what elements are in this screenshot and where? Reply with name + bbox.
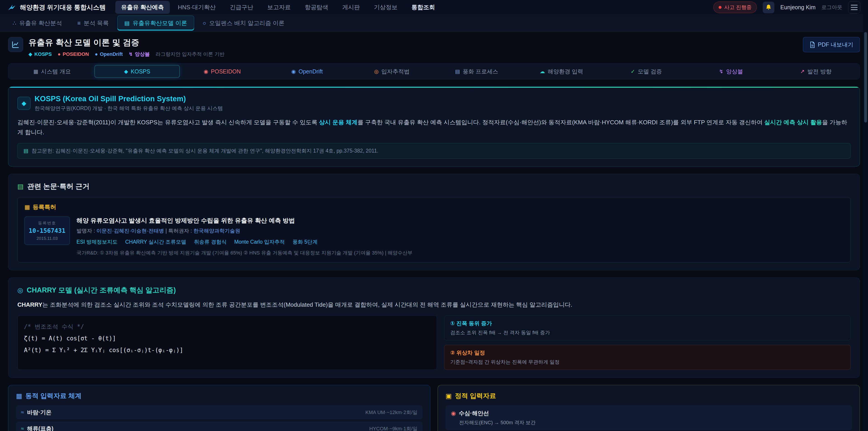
nav-item-hns-diffusion[interactable]: HNS·대기확산 bbox=[172, 1, 222, 14]
tag-charry-model[interactable]: CHARRY 실시간 조류모델 bbox=[125, 239, 186, 245]
dynamic-input-section: ▦ 동적 입력자료 체계 ≈바람·기온 KMA UM·~12km·2회/일 ≈해… bbox=[8, 385, 430, 431]
nav-item-board[interactable]: 게시판 bbox=[336, 1, 366, 14]
pdf-icon bbox=[809, 41, 815, 48]
tab-opendrift[interactable]: ◉ OpenDrift bbox=[265, 65, 349, 78]
logout-button[interactable]: 로그아웃 bbox=[822, 4, 842, 11]
kosps-description: 김혜진·이문진·오세웅·강준혁(2011)이 개발한 KOSPS는 유류오염사고… bbox=[18, 117, 850, 137]
page-subtitle-note: 라그랑지안 입자추적 이론 기반 bbox=[156, 51, 224, 58]
nav-item-aerial-search[interactable]: 항공탐색 bbox=[299, 1, 334, 14]
tag-esi-map[interactable]: ESI 방제정보지도 bbox=[76, 239, 118, 245]
current-icon: ≈ bbox=[21, 426, 24, 431]
user-name: Eunjeong Kim bbox=[780, 4, 815, 11]
list-item[interactable]: ◉수심·해안선 전자해도(ENC) → 500m 격자 보간 bbox=[445, 405, 852, 430]
app-brand[interactable]: 해양환경 위기대응 통합시스템 bbox=[8, 3, 106, 12]
theory-tab-strip: ▦ 시스템 개요 ◆ KOSPS ◉ POSEIDON ◉ OpenDrift … bbox=[8, 63, 860, 79]
patent-number-label: 등록번호 bbox=[29, 220, 66, 226]
subtab-oilfence-theory[interactable]: ○ 오일펜스 배치 알고리즘 이론 bbox=[196, 16, 291, 31]
subtab-label: 유출유 확산분석 bbox=[19, 19, 62, 27]
page-scrollbar[interactable] bbox=[863, 0, 868, 431]
tab-future-direction[interactable]: ↗ 발전 방향 bbox=[774, 65, 858, 78]
tab-model-validation[interactable]: ✓ 모델 검증 bbox=[604, 65, 688, 78]
badge-poseidon: ● POSEIDON bbox=[58, 51, 89, 57]
patent-section: ▤ 관련 논문·특허 근거 ▦ 등록특허 등록번호 10-1567431 201… bbox=[8, 174, 860, 270]
books-icon: ▤ bbox=[18, 183, 24, 190]
tab-weathering-process[interactable]: ▤ 풍화 프로세스 bbox=[434, 65, 519, 78]
patent-title: 해양 유류오염사고 발생시 효율적인 방제방안 수립을 위한 유출유 확산 예측… bbox=[76, 217, 412, 225]
main-content: 유출유 확산 모델 이론 및 검증 ◆ KOSPS ● POSEIDON ● O… bbox=[0, 32, 868, 431]
tag-monte-carlo[interactable]: Monte Carlo 입자추적 bbox=[235, 239, 285, 245]
dynamic-input-heading: ▦ 동적 입력자료 체계 bbox=[16, 392, 423, 400]
diamond-icon: ◆ bbox=[124, 68, 128, 74]
nav-item-integrated-search[interactable]: 통합조회 bbox=[405, 1, 441, 14]
target-icon: ◎ bbox=[374, 68, 379, 74]
charry-heading: ◎ CHARRY 모델 (실시간 조류예측 핵심 알고리즘) bbox=[18, 285, 850, 295]
list-icon: ≡ bbox=[77, 20, 81, 26]
charry-description: CHARRY는 조화분석에 의한 검조소 실시간 조위와 조석 수치모델링에 의… bbox=[18, 300, 850, 310]
note-1-title: ① 진폭 동위 증가 bbox=[450, 320, 844, 327]
top-navigation: 해양환경 위기대응 통합시스템 유출유 확산예측 HNS·대기확산 긴급구난 보… bbox=[0, 0, 868, 15]
patent-meta: 발명자 : 이문진·김혜진·이승현·전태병 | 특허권자 : 한국해양과학기술원 bbox=[76, 227, 412, 235]
static-input-section: ▣ 정적 입력자료 ◉수심·해안선 전자해도(ENC) → 500m 격자 보간… bbox=[438, 385, 860, 431]
incident-badge-label: 사고 진행중 bbox=[724, 4, 752, 11]
clipboard-icon: ▦ bbox=[24, 204, 30, 211]
subtab-model-theory[interactable]: ▤ 유출유확산모델 이론 bbox=[117, 16, 194, 31]
formula-line-2: A²(t) = Σ Yᵢ² + 2Σ YᵢYⱼ cos[(σᵢ-σⱼ)t-(φᵢ… bbox=[24, 344, 430, 356]
list-item[interactable]: ≈바람·기온 KMA UM·~12km·2회/일 bbox=[16, 405, 423, 419]
menu-toggle-button[interactable] bbox=[848, 1, 860, 13]
input-data-columns: ▦ 동적 입력자료 체계 ≈바람·기온 KMA UM·~12km·2회/일 ≈해… bbox=[8, 385, 860, 431]
static-input-heading: ▣ 정적 입력자료 bbox=[445, 392, 852, 400]
bolt-icon: ↯ bbox=[719, 68, 723, 74]
grid-icon: ▦ bbox=[33, 68, 38, 74]
tab-system-overview[interactable]: ▦ 시스템 개요 bbox=[10, 65, 94, 78]
subtab-label: 분석 목록 bbox=[84, 19, 109, 27]
book-icon: ▤ bbox=[124, 20, 130, 26]
cloud-icon: ☁ bbox=[540, 68, 545, 74]
tab-kosps[interactable]: ◆ KOSPS bbox=[94, 65, 180, 78]
tag-weathering-5[interactable]: 풍화 5단계 bbox=[292, 239, 318, 245]
subtab-analysis-list[interactable]: ≡ 분석 목록 bbox=[70, 16, 116, 31]
list-item[interactable]: ≈해류(표층) HYCOM·~9km·1회/일 bbox=[16, 422, 423, 431]
nav-item-emergency-rescue[interactable]: 긴급구난 bbox=[224, 1, 259, 14]
page-title: 유출유 확산 모델 이론 및 검증 bbox=[29, 37, 224, 48]
circle-icon: ● bbox=[95, 51, 98, 57]
circle-icon: ● bbox=[58, 51, 61, 57]
scrollbar-thumb[interactable] bbox=[864, 32, 867, 123]
formula-line-1: ζ(t) = A(t) cos[σt - θ(t)] bbox=[24, 333, 430, 344]
incident-status-badge[interactable]: 사고 진행중 bbox=[713, 2, 757, 13]
tag-wdc-formula[interactable]: 취송류 경험식 bbox=[194, 239, 226, 245]
check-icon: ✓ bbox=[631, 68, 635, 74]
main-menu: 유출유 확산예측 HNS·대기확산 긴급구난 보고자료 항공탐색 게시판 기상정… bbox=[115, 1, 704, 14]
nav-item-reports[interactable]: 보고자료 bbox=[261, 1, 297, 14]
subtab-label: 유출유확산모델 이론 bbox=[133, 19, 187, 27]
rocket-icon: ↗ bbox=[800, 68, 804, 74]
charry-notes: ① 진폭 동위 증가 검조소 조위 진폭 f배 → 전 격자 동일 f배 증가 … bbox=[444, 315, 850, 370]
modulated-tide-formula-block: /* 변조조석 수식 */ ζ(t) = A(t) cos[σt - θ(t)]… bbox=[18, 315, 437, 370]
tab-ensemble[interactable]: ↯ 앙상블 bbox=[689, 65, 774, 78]
registered-patent-box: ▦ 등록특허 등록번호 10-1567431 2015.11.03 해양 유류오… bbox=[18, 197, 850, 263]
reference-box: ▤ 참고문헌: 김혜진·이문진·오세웅·강준혁, "유출유 확산 예측 모델의 … bbox=[18, 143, 850, 159]
chart-line-icon bbox=[8, 37, 23, 52]
reference-text: 참고문헌: 김혜진·이문진·오세웅·강준혁, "유출유 확산 예측 모델의 상시… bbox=[32, 147, 378, 154]
scatter-icon: ∴ bbox=[13, 20, 16, 26]
topnav-right-group: 사고 진행중 Eunjeong Kim 로그아웃 bbox=[713, 1, 860, 13]
patent-date: 2015.11.03 bbox=[29, 236, 66, 241]
subtab-diffusion-analysis[interactable]: ∴ 유출유 확산분석 bbox=[6, 16, 69, 31]
kosps-section: ◆ KOSPS (Korea Oil Spill Prediction Syst… bbox=[8, 87, 860, 166]
patent-number-card: 등록번호 10-1567431 2015.11.03 bbox=[24, 217, 70, 245]
tab-poseidon[interactable]: ◉ POSEIDON bbox=[180, 65, 265, 78]
kosps-subtitle: 한국해양연구원(KORDI) 개발 · 한국 해역 특화 유출유 확산 예측 상… bbox=[35, 105, 223, 112]
tab-particle-tracking[interactable]: ◎ 입자추적법 bbox=[349, 65, 434, 78]
nav-item-weather[interactable]: 기상정보 bbox=[368, 1, 403, 14]
kosps-heading: KOSPS (Korea Oil Spill Prediction System… bbox=[35, 94, 223, 103]
pdf-export-button[interactable]: PDF 내보내기 bbox=[803, 37, 860, 52]
nav-item-oil-spill-prediction[interactable]: 유출유 확산예측 bbox=[115, 1, 170, 14]
tab-ocean-env-input[interactable]: ☁ 해양환경 입력 bbox=[519, 65, 604, 78]
sub-navigation: ∴ 유출유 확산분석 ≡ 분석 목록 ▤ 유출유확산모델 이론 ○ 오일펜스 배… bbox=[0, 15, 868, 32]
patent-box-label: ▦ 등록특허 bbox=[24, 203, 844, 211]
assignee-name: 한국해양과학기술원 bbox=[193, 228, 240, 234]
patent-number: 10-1567431 bbox=[29, 227, 66, 234]
static-input-rows: ◉수심·해안선 전자해도(ENC) → 500m 격자 보간 ▦격자 구성 좌표… bbox=[445, 405, 852, 431]
note-2-body: 기준점~격자점 간 위상차는 진폭에 무관하게 일정 bbox=[450, 359, 844, 366]
subtab-label: 오일펜스 배치 알고리즘 이론 bbox=[209, 19, 285, 27]
notification-button[interactable] bbox=[763, 2, 774, 13]
